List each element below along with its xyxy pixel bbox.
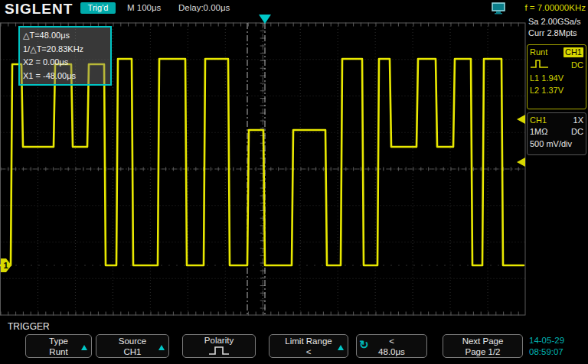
trigger-info-panel[interactable]: Runt CH1 DC L1 1.94V L2 1.37V [527,44,586,109]
softkey-polarity[interactable]: Polarity [182,334,256,358]
expand-up-icon [158,345,165,350]
memory-depth: Curr 2.8Mpts [528,28,588,39]
adjust-knob-icon: ↻ [359,340,369,350]
softkey-label: Next Page [462,336,504,346]
trigger-level1: L1 1.94V [530,72,583,84]
softkey-label: < [389,336,394,346]
trigger-position-marker [259,15,271,24]
expand-up-icon [81,345,87,350]
runt-pulse-icon [530,58,550,72]
channel-impedance: 1MΩ [530,126,548,138]
frequency-counter: f = 7.00000KHz [524,3,586,12]
trigger-coupling: DC [571,60,583,71]
channel-attenuation: 1X [573,115,583,126]
delay-readout[interactable]: Delay:0.00μs [178,3,230,12]
time-display: 08:59:07 [529,346,564,358]
trigger-status-badge: Trig'd [80,2,116,14]
softkey-next-page[interactable]: Next Page Page 1/2 [443,334,523,358]
trigger-level2-marker [517,158,525,167]
sample-rate: Sa 2.00GSa/s [528,16,588,28]
softkey-limit-range[interactable]: Limit Range < [269,334,348,358]
inverse-delta-t-value: 1/△T=20.83KHz [23,43,107,57]
softkey-value: Runt [49,346,67,357]
trigger-source-chip: CH1 [564,47,583,57]
softkey-value: CH1 [123,346,141,357]
cursor-measurement-panel[interactable]: △T=48.00μs 1/△T=20.83KHz X2 = 0.00μs X1 … [18,26,112,86]
softkey-label: Source [119,336,146,346]
softkey-value: < [306,346,312,357]
cursor-x1-value: X1 = -48.00μs [23,70,107,83]
cursor-x2-value: X2 = 0.00μs [23,56,107,70]
trigger-level2: L2 1.37V [530,84,583,96]
softkey-source[interactable]: Source CH1 [96,334,169,358]
softkey-value: 48.0μs [378,346,405,357]
expand-up-icon [338,345,344,350]
timebase-readout[interactable]: M 100μs [127,3,161,12]
delta-t-value: △T=48.00μs [23,29,107,43]
softkey-value: Page 1/2 [465,346,500,357]
channel1-marker-label: 1 [4,261,8,270]
softkey-type[interactable]: Type Runt [25,334,92,358]
polarity-runt-icon [207,346,230,358]
softkey-label: Polarity [204,335,234,346]
channel-coupling: DC [571,126,583,138]
channel-info-panel[interactable]: CH1 1X 1MΩ DC 500 mV/div [527,112,586,155]
channel-name: CH1 [530,115,547,126]
oscilloscope-screen: SIGLENT Trig'd M 100μs Delay:0.00μs f = … [0,0,588,364]
softkey-limit-value[interactable]: < 48.0μs ↻ [356,334,427,358]
trigger-type: Runt [530,47,547,58]
ch1-waveform-trace [0,59,524,265]
channel-scale: 500 mV/div [530,138,583,150]
softkey-label: Limit Range [285,336,332,346]
date-display: 14-05-29 [529,335,564,346]
softkey-label: Type [49,336,68,346]
menu-title: TRIGGER [8,321,50,332]
acquisition-panel: Sa 2.00GSa/s Curr 2.8Mpts [527,16,588,39]
datetime-display: 14-05-29 08:59:07 [529,335,564,358]
trigger-level1-marker [517,115,525,124]
